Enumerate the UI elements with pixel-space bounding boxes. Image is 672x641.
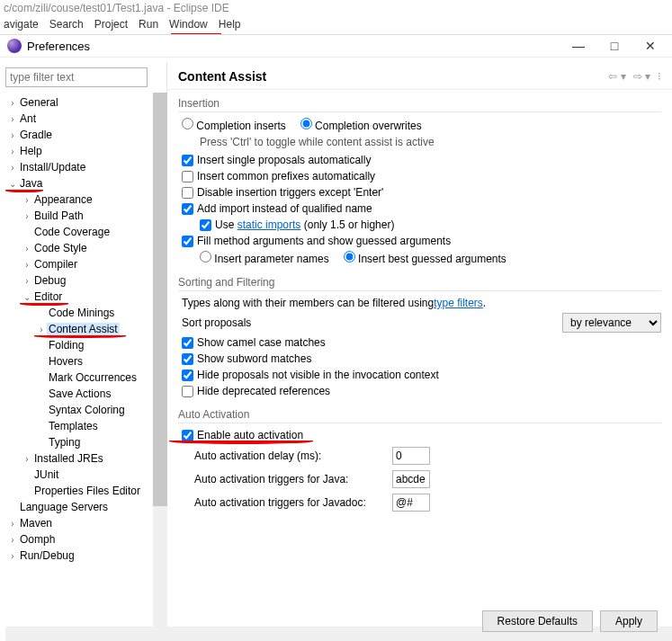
- link-static-imports[interactable]: static imports: [237, 218, 301, 231]
- radio-completion-inserts[interactable]: Completion inserts: [182, 118, 286, 132]
- tree-item-gradle[interactable]: ›Gradle: [0, 127, 166, 143]
- sidebar-scrollbar-v[interactable]: [153, 93, 167, 641]
- auto-delay-label: Auto activation delay (ms):: [194, 450, 392, 462]
- radio-completion-overwrites[interactable]: Completion overwrites: [300, 118, 422, 132]
- menu-icon[interactable]: ⁝: [658, 70, 661, 83]
- preferences-tree[interactable]: ›General›Ant›Gradle›Help›Install/Update⌄…: [0, 93, 166, 641]
- menu-navigate[interactable]: avigate: [4, 18, 39, 31]
- maximize-button[interactable]: □: [604, 39, 625, 53]
- tree-item-debug[interactable]: ›Debug: [0, 272, 166, 289]
- tree-item-properties-files-editor[interactable]: Properties Files Editor: [0, 483, 166, 499]
- sort-proposals-label: Sort proposals: [182, 316, 251, 329]
- minimize-button[interactable]: —: [568, 39, 589, 53]
- tree-item-install-update[interactable]: ›Install/Update: [0, 159, 166, 175]
- radio-param-names[interactable]: Insert parameter names: [200, 251, 329, 265]
- tree-item-ant[interactable]: ›Ant: [0, 111, 166, 127]
- tree-item-typing[interactable]: Typing: [0, 434, 166, 450]
- check-hide-deprecated[interactable]: [182, 386, 193, 397]
- tree-item-folding[interactable]: Folding: [0, 337, 166, 353]
- check-insert-single[interactable]: [182, 155, 193, 166]
- link-type-filters[interactable]: type filters: [434, 297, 483, 309]
- close-button[interactable]: ✕: [640, 39, 661, 53]
- sort-proposals-select[interactable]: by relevance: [562, 313, 661, 333]
- tree-item-templates[interactable]: Templates: [0, 418, 166, 434]
- auto-triggers-java-label: Auto activation triggers for Java:: [194, 473, 392, 485]
- forward-icon[interactable]: ⇨ ▾: [633, 70, 650, 83]
- tree-item-help[interactable]: ›Help: [0, 143, 166, 159]
- tree-item-appearance[interactable]: ›Appearance: [0, 191, 166, 208]
- dialog-title: Preferences: [27, 40, 568, 53]
- page-title: Content Assist: [178, 69, 608, 84]
- back-icon[interactable]: ⇦ ▾: [608, 70, 625, 83]
- check-hide-not-visible[interactable]: [182, 369, 193, 381]
- tree-item-general[interactable]: ›General: [0, 94, 166, 111]
- red-annotation: [20, 301, 68, 306]
- red-annotation: [5, 188, 43, 192]
- check-disable-triggers[interactable]: [182, 187, 193, 199]
- tree-item-code-coverage[interactable]: Code Coverage: [0, 224, 166, 240]
- auto-activation-title: Auto Activation: [178, 408, 661, 423]
- tree-item-run-debug[interactable]: ›Run/Debug: [0, 548, 166, 564]
- sorting-hint: Types along with their members can be fi…: [178, 297, 661, 309]
- eclipse-icon: [7, 39, 22, 53]
- tree-item-junit[interactable]: JUnit: [0, 467, 166, 483]
- tree-item-build-path[interactable]: ›Build Path: [0, 208, 166, 224]
- insertion-title: Insertion: [178, 97, 661, 112]
- auto-triggers-javadoc-field[interactable]: [392, 494, 430, 512]
- preferences-dialog: Preferences — □ ✕ ›General›Ant›Gradle›He…: [0, 34, 672, 641]
- check-use-static-imports[interactable]: [200, 219, 211, 231]
- content-pane: Content Assist ⇦ ▾ ⇨ ▾ ⁝ Insertion Compl…: [167, 62, 672, 641]
- sorting-title: Sorting and Filtering: [178, 276, 661, 291]
- auto-triggers-java-field[interactable]: [392, 470, 430, 488]
- menu-run[interactable]: Run: [139, 18, 158, 31]
- tree-item-hovers[interactable]: Hovers: [0, 353, 166, 369]
- check-camel-case[interactable]: [182, 337, 193, 349]
- radio-best-guess[interactable]: Insert best guessed arguments: [344, 251, 506, 265]
- dialog-titlebar: Preferences — □ ✕: [0, 35, 672, 58]
- window-title-path: c/com/zili/couse/test01/Test1.java - Ecl…: [0, 0, 672, 16]
- tree-item-code-minings[interactable]: Code Minings: [0, 305, 166, 321]
- tree-item-maven[interactable]: ›Maven: [0, 515, 166, 531]
- check-insert-common[interactable]: [182, 171, 193, 183]
- menu-project[interactable]: Project: [94, 18, 128, 31]
- sorting-group: Sorting and Filtering Types along with t…: [178, 276, 661, 397]
- tree-item-compiler[interactable]: ›Compiler: [0, 256, 166, 272]
- red-annotation-auto: [169, 439, 313, 444]
- auto-activation-group: Auto Activation Enable auto activation A…: [178, 408, 661, 512]
- auto-delay-field[interactable]: [392, 447, 430, 465]
- menu-search[interactable]: Search: [49, 18, 84, 31]
- sidebar: ›General›Ant›Gradle›Help›Install/Update⌄…: [0, 62, 167, 641]
- check-add-import[interactable]: [182, 203, 193, 215]
- tree-item-oomph[interactable]: ›Oomph: [0, 531, 166, 548]
- filter-container: [5, 67, 161, 87]
- menu-window[interactable]: Window: [169, 18, 208, 31]
- check-fill-args[interactable]: [182, 236, 193, 247]
- restore-defaults-button[interactable]: Restore Defaults: [482, 610, 593, 632]
- apply-button[interactable]: Apply: [600, 610, 658, 632]
- check-subword[interactable]: [182, 353, 193, 365]
- insertion-group: Insertion Completion inserts Completion …: [178, 97, 661, 265]
- menu-help[interactable]: Help: [219, 18, 241, 31]
- tree-item-syntax-coloring[interactable]: Syntax Coloring: [0, 402, 166, 418]
- menubar: avigate Search Project Run Window Help: [0, 16, 672, 32]
- tree-item-save-actions[interactable]: Save Actions: [0, 386, 166, 402]
- tree-item-code-style[interactable]: ›Code Style: [0, 240, 166, 256]
- tree-item-mark-occurrences[interactable]: Mark Occurrences: [0, 369, 166, 386]
- auto-triggers-javadoc-label: Auto activation triggers for Javadoc:: [194, 496, 392, 509]
- tree-item-language-servers[interactable]: Language Servers: [0, 499, 166, 515]
- insertion-hint: Press 'Ctrl' to toggle while content ass…: [178, 136, 661, 148]
- filter-input[interactable]: [5, 67, 148, 87]
- tree-item-installed-jres[interactable]: ›Installed JREs: [0, 450, 166, 467]
- red-annotation: [34, 334, 126, 338]
